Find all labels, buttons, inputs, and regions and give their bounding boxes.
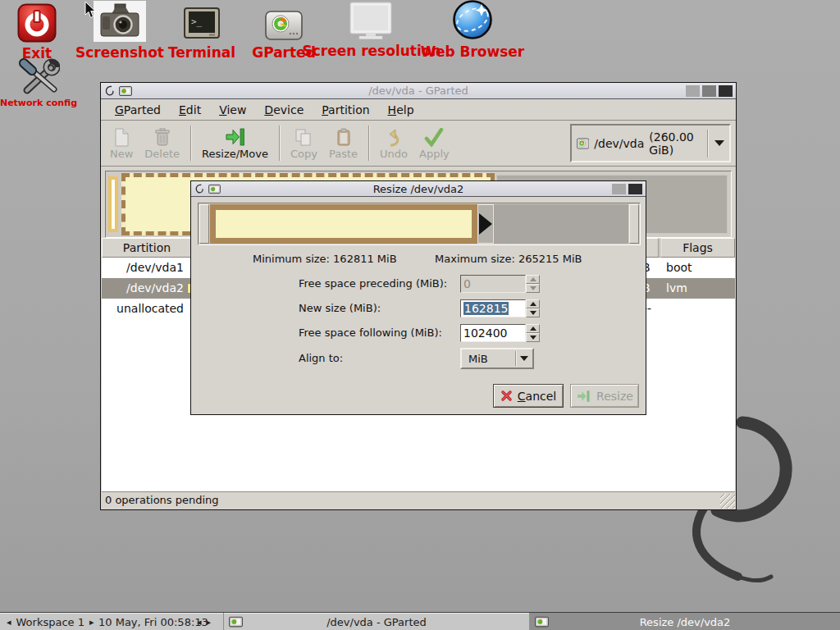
terminal-icon: >_	[184, 7, 220, 42]
taskbar-task-resize-dialog[interactable]: Resize /dev/vda2	[529, 613, 840, 630]
handle-arrow-icon	[479, 213, 492, 235]
menu-label: artition	[328, 103, 370, 116]
window-title: /dev/vda - GParted	[101, 84, 736, 97]
cancel-button[interactable]: Cancel	[493, 384, 564, 408]
task-scroll-arrows[interactable]: ◂ ▸	[197, 613, 211, 630]
flags-value: boot	[666, 258, 692, 278]
partition-name: unallocated	[102, 299, 184, 319]
free-preceding-spinner[interactable]	[526, 275, 540, 293]
new-button[interactable]: New	[104, 122, 139, 164]
menu-accel: V	[219, 103, 226, 116]
partition-bar	[210, 204, 477, 244]
resize-drag-handle[interactable]	[477, 204, 494, 244]
resize-slider	[198, 203, 641, 245]
free-following-value: 102400	[463, 326, 507, 340]
flags-value: lvm	[666, 278, 687, 299]
workspace-switcher[interactable]: ◂ Workspace 1 ▸	[7, 613, 94, 630]
copy-button[interactable]: Copy	[285, 122, 323, 164]
new-size-input[interactable]: 162815	[460, 299, 526, 317]
menu-device[interactable]: Device	[255, 101, 313, 119]
swirl-icon	[194, 183, 205, 194]
maximize-button[interactable]	[702, 85, 716, 97]
globe-icon	[451, 0, 494, 41]
menu-edit[interactable]: Edit	[170, 101, 210, 119]
dialog-titlebar[interactable]: Resize /dev/vda2	[191, 181, 646, 197]
resize-move-button[interactable]: Resize/Move	[196, 122, 274, 164]
clock-text: 10 May, Fri 00:58:13	[98, 616, 208, 628]
taskbar-task-gparted[interactable]: /dev/vda - GParted	[223, 613, 529, 630]
align-to-combo[interactable]: MiB	[460, 348, 534, 369]
resize-label: Resize	[596, 390, 633, 403]
chevron-down-icon	[520, 356, 528, 361]
resize-grip[interactable]	[720, 494, 735, 509]
menu-view[interactable]: View	[210, 101, 255, 119]
desktop-icon-web-browser[interactable]: Web Browser	[418, 0, 527, 60]
delete-button[interactable]: Delete	[139, 122, 185, 164]
vda1-visual[interactable]	[108, 176, 118, 232]
dialog-title: Resize /dev/vda2	[191, 183, 646, 195]
workspace-prev-icon[interactable]: ◂	[7, 617, 11, 628]
menu-accel: H	[388, 103, 397, 116]
menu-help[interactable]: Help	[379, 101, 423, 119]
status-text: 0 operations pending	[105, 494, 219, 506]
desktop-icon-label: Network config	[0, 98, 77, 108]
tasks-prev-icon[interactable]: ◂	[197, 617, 202, 628]
tools-icon	[17, 57, 60, 97]
gparted-app-icon	[229, 616, 243, 628]
undo-button[interactable]: Undo	[374, 122, 413, 164]
new-icon	[114, 126, 130, 148]
menu-partition[interactable]: Partition	[313, 101, 378, 119]
free-following-label: Free space following (MiB):	[299, 324, 442, 342]
desktop-icon-label: Screenshot	[75, 44, 164, 61]
menu-gparted[interactable]: GParted	[106, 101, 170, 119]
workspace-label: Workspace 1	[16, 616, 84, 628]
menu-label: Parted	[124, 103, 161, 116]
paste-button[interactable]: Paste	[323, 122, 363, 164]
task-label: /dev/vda - GParted	[224, 616, 529, 628]
device-selector[interactable]: /dev/vda (260.00 GiB)	[570, 124, 731, 162]
free-preceding-value: 0	[463, 277, 471, 290]
menu-label: dit	[186, 103, 201, 116]
toolbar-separator	[368, 126, 369, 161]
column-header-partition[interactable]: Partition	[102, 238, 192, 258]
power-icon	[17, 3, 57, 43]
device-size: (260.00 GiB)	[649, 130, 702, 157]
trash-icon	[155, 126, 170, 148]
desktop-icon-network-config[interactable]: Network config	[0, 57, 88, 108]
resize-button[interactable]: Resize	[570, 384, 639, 408]
new-size-value: 162815	[463, 302, 509, 315]
free-following-input[interactable]: 102400	[460, 324, 526, 342]
minimum-size-label: Minimum size: 162811 MiB	[253, 250, 397, 268]
minimize-button[interactable]	[612, 184, 626, 194]
undo-label: Undo	[380, 148, 408, 160]
menu-label: evice	[273, 103, 304, 116]
apply-button[interactable]: Apply	[413, 122, 455, 164]
disk-icon	[265, 11, 303, 42]
free-preceding-input[interactable]: 0	[460, 275, 526, 293]
column-header-flags[interactable]: Flags	[660, 238, 735, 258]
desktop-icon-label: Terminal	[168, 44, 235, 61]
new-size-spinner[interactable]	[526, 299, 540, 317]
camera-icon	[98, 2, 142, 40]
close-button[interactable]	[719, 85, 733, 97]
gparted-titlebar[interactable]: /dev/vda - GParted	[101, 83, 736, 99]
resize-arrow-icon	[225, 126, 246, 148]
cancel-x-icon	[500, 390, 513, 402]
gparted-app-icon	[535, 616, 549, 628]
resize-move-label: Resize/Move	[202, 148, 268, 160]
new-label: New	[110, 148, 133, 160]
menubar: GParted Edit View Device Partition Help	[101, 99, 736, 121]
cancel-accel: C	[518, 390, 526, 403]
tasks-next-icon[interactable]: ▸	[207, 617, 212, 628]
spin-up-icon	[530, 326, 536, 331]
workspace-next-icon[interactable]: ▸	[89, 617, 94, 628]
menu-accel: P	[322, 103, 328, 116]
minimize-button[interactable]	[686, 85, 700, 97]
free-following-spinner[interactable]	[526, 324, 540, 342]
left-gripper[interactable]	[199, 204, 209, 244]
desktop-icon-screen-resolution[interactable]: Screen resolution	[310, 0, 433, 59]
close-button[interactable]	[628, 184, 642, 194]
right-gripper[interactable]	[629, 204, 639, 244]
align-to-value: MiB	[462, 353, 515, 365]
menu-accel: D	[264, 103, 273, 116]
